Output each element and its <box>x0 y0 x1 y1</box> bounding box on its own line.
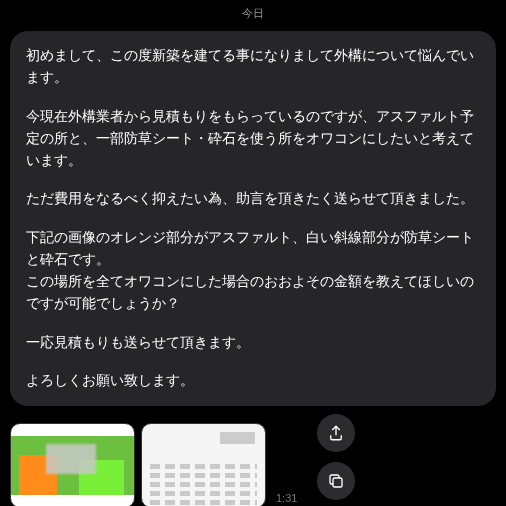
svg-rect-0 <box>333 478 342 487</box>
message-paragraph: 一応見積もりも送らせて頂きます。 <box>26 332 480 354</box>
message-paragraph: 初めまして、この度新築を建てる事になりまして外構について悩んでいます。 <box>26 45 480 90</box>
copy-button[interactable] <box>317 462 355 500</box>
message-paragraph: 今現在外構業者から見積もりをもらっているのですが、アスファルト予定の所と、一部防… <box>26 106 480 173</box>
copy-icon <box>327 472 345 490</box>
date-label: 今日 <box>242 7 264 19</box>
message-paragraph: ただ費用をなるべく抑えたい為、助言を頂きたく送らせて頂きました。 <box>26 188 480 210</box>
share-icon <box>327 424 345 442</box>
attachment-thumbnail[interactable] <box>10 423 135 506</box>
message-bubble: 初めまして、この度新築を建てる事になりまして外構について悩んでいます。 今現在外… <box>10 31 496 406</box>
message-paragraph: よろしくお願い致します。 <box>26 370 480 392</box>
attachments-row: 1:31 <box>0 414 506 506</box>
attachment-thumbnail[interactable] <box>141 423 266 506</box>
share-button[interactable] <box>317 414 355 452</box>
message-paragraph: 下記の画像のオレンジ部分がアスファルト、白い斜線部分が防草シートと砕石です。 こ… <box>26 227 480 316</box>
message-timestamp: 1:31 <box>276 492 297 504</box>
